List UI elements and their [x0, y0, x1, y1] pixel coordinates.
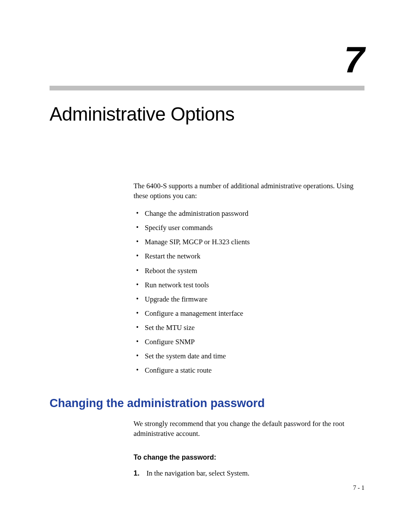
list-item: Configure a management interface [134, 308, 364, 318]
list-item: Upgrade the firmware [134, 294, 364, 304]
list-item: Set the system date and time [134, 351, 364, 361]
list-item: Reboot the system [134, 266, 364, 276]
list-item: Run network test tools [134, 280, 364, 290]
chapter-title: Administrative Options [50, 103, 364, 125]
list-item: Specify user commands [134, 223, 364, 233]
intro-paragraph: The 6400-S supports a number of addition… [134, 181, 364, 201]
options-list: Change the administration password Speci… [134, 208, 364, 375]
procedure-step: 1. In the navigation bar, select System. [134, 468, 364, 478]
section-heading-admin-password: Changing the administration password [50, 397, 364, 410]
chapter-number: 7 [50, 41, 364, 78]
list-item: Set the MTU size [134, 323, 364, 333]
list-item: Change the administration password [134, 208, 364, 218]
list-item: Configure a static route [134, 365, 364, 375]
list-item: Restart the network [134, 251, 364, 261]
horizontal-divider [50, 86, 364, 90]
list-item: Manage SIP, MGCP or H.323 clients [134, 237, 364, 247]
step-number: 1. [134, 468, 141, 478]
list-item: Configure SNMP [134, 337, 364, 347]
step-text: In the navigation bar, select System. [146, 468, 249, 478]
page-number-footer: 7 - 1 [353, 484, 364, 492]
section-paragraph: We strongly recommend that you change th… [134, 419, 364, 439]
procedure-heading: To change the password: [134, 453, 364, 462]
